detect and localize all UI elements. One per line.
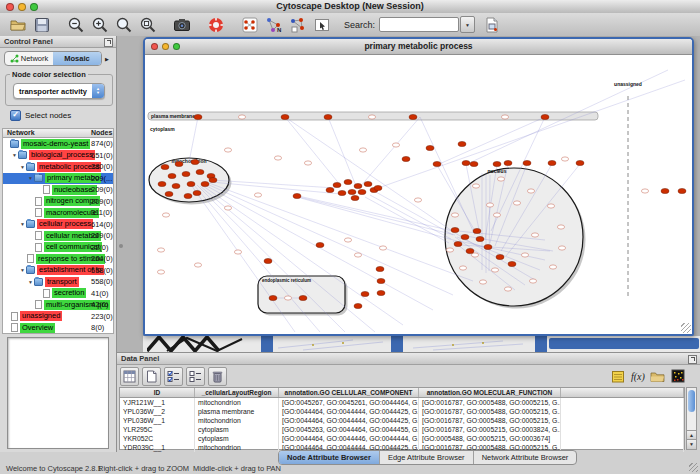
network-node-outline[interactable] xyxy=(304,161,311,165)
attribute-table-header[interactable]: ID_cellularLayoutRegionannotation.GO CEL… xyxy=(120,388,684,398)
search-input[interactable] xyxy=(379,17,459,32)
network-node-outline[interactable] xyxy=(561,157,568,161)
tree-row[interactable]: ▼transport558(0) xyxy=(3,276,113,288)
select-nodes-checkbox[interactable]: ✓ xyxy=(10,110,21,121)
scrollbar-thumb[interactable] xyxy=(688,390,695,412)
network-node-outline[interactable] xyxy=(472,184,479,188)
network-node-outline[interactable] xyxy=(491,268,498,272)
network-node[interactable] xyxy=(351,195,359,200)
tree-row[interactable]: nucleobase-209(0) xyxy=(3,184,113,196)
network-node[interactable] xyxy=(496,254,504,259)
network-node-outline[interactable] xyxy=(354,253,361,257)
network-node[interactable] xyxy=(324,114,332,119)
network-node[interactable] xyxy=(476,236,484,241)
birds-eye-view[interactable] xyxy=(7,337,109,449)
network-node-outline[interactable] xyxy=(368,115,375,119)
network-node[interactable] xyxy=(358,189,366,194)
tree-row[interactable]: ▼biological_process651(0) xyxy=(3,150,113,162)
network-edge[interactable] xyxy=(437,117,545,165)
network-node[interactable] xyxy=(364,181,372,186)
tree-row[interactable]: cell communicat22(0) xyxy=(3,242,113,254)
table-column-header[interactable]: _cellularLayoutRegion xyxy=(195,388,279,397)
network-node[interactable] xyxy=(470,161,478,166)
network-node[interactable] xyxy=(473,228,481,233)
save-session-icon[interactable] xyxy=(30,15,54,35)
disclosure-triangle-icon[interactable]: ▼ xyxy=(19,164,26,170)
network-node-outline[interactable] xyxy=(493,213,500,217)
network-node[interactable] xyxy=(354,303,362,308)
tree-row[interactable]: unassigned223(0) xyxy=(3,311,113,323)
network-node[interactable] xyxy=(402,156,410,161)
network-node[interactable] xyxy=(541,114,549,119)
network-node-outline[interactable] xyxy=(162,213,169,217)
network-node-outline[interactable] xyxy=(157,270,164,274)
table-column-header[interactable]: annotation.GO CELLULAR_COMPONENT xyxy=(279,388,419,397)
network-node[interactable] xyxy=(426,145,434,150)
network-node-outline[interactable] xyxy=(194,263,201,267)
table-row[interactable]: YLR295Ccytoplasm[GO:0045263, GO:0044464,… xyxy=(120,425,684,434)
network-node[interactable] xyxy=(354,183,362,188)
network-node-outline[interactable] xyxy=(527,189,534,193)
tree-row[interactable]: cellular metabol209(0) xyxy=(3,230,113,242)
matrix-view-icon[interactable] xyxy=(669,368,686,385)
network-node-outline[interactable] xyxy=(513,201,520,205)
network-node[interactable] xyxy=(299,295,307,300)
network-node-outline[interactable] xyxy=(451,213,458,217)
network-node[interactable] xyxy=(293,193,301,198)
float-panel-icon[interactable] xyxy=(104,38,113,47)
table-row[interactable]: YPL036W__1mitochondrion[GO:0044464, GO:0… xyxy=(120,416,684,425)
create-attribute-icon[interactable] xyxy=(142,367,161,386)
network-node[interactable] xyxy=(344,179,352,184)
network-node[interactable] xyxy=(269,295,277,300)
network-window-titlebar[interactable]: primary metabolic process xyxy=(145,39,692,55)
network-node[interactable] xyxy=(433,161,441,166)
network-edge[interactable] xyxy=(294,195,453,231)
network-node[interactable] xyxy=(175,161,183,166)
app-resize-grip[interactable] xyxy=(689,463,698,472)
tab-mosaic[interactable]: Mosaic xyxy=(53,52,101,65)
network-node[interactable] xyxy=(333,182,341,187)
tree-row[interactable]: secretion41(0) xyxy=(3,288,113,300)
zoom-selected-region-icon[interactable] xyxy=(136,15,160,35)
network-node[interactable] xyxy=(466,248,474,253)
table-row[interactable]: YJR121W__1mitochondrion[GO:0045267, GO:0… xyxy=(120,398,684,407)
network-node[interactable] xyxy=(377,290,385,295)
network-node[interactable] xyxy=(462,160,470,165)
network-node-outline[interactable] xyxy=(254,193,261,197)
network-node[interactable] xyxy=(374,185,382,190)
network-edge[interactable] xyxy=(189,117,198,162)
help-icon[interactable] xyxy=(204,15,228,35)
tab-network[interactable]: Network xyxy=(5,52,53,65)
network-node[interactable] xyxy=(523,160,531,165)
network-node-outline[interactable] xyxy=(414,198,421,202)
disclosure-triangle-icon[interactable]: ▼ xyxy=(19,221,26,227)
network-node-outline[interactable] xyxy=(359,148,366,152)
network-node-outline[interactable] xyxy=(479,280,486,284)
float-data-panel-icon[interactable] xyxy=(688,355,697,364)
table-column-header[interactable] xyxy=(561,388,684,397)
table-row[interactable]: YKR052Ccytoplasm[GO:0044464, GO:0044446,… xyxy=(120,434,684,443)
network-node[interactable] xyxy=(484,244,492,249)
network-node[interactable] xyxy=(191,159,199,164)
more-tabs-button[interactable]: ▶ xyxy=(102,51,112,66)
network-node-outline[interactable] xyxy=(284,296,291,300)
tree-column-nodes[interactable]: Nodes xyxy=(91,129,112,136)
network-node-outline[interactable] xyxy=(497,177,504,181)
network-node[interactable] xyxy=(504,160,512,165)
network-node-outline[interactable] xyxy=(547,204,554,208)
tree-row[interactable]: mosaic-demo-yeast874(0) xyxy=(3,138,113,150)
network-node[interactable] xyxy=(326,187,334,192)
tree-row[interactable]: nitrogen compo209(0) xyxy=(3,196,113,208)
network-node-outline[interactable] xyxy=(446,248,453,252)
tree-row[interactable]: multi-organism pro42(0) xyxy=(3,299,113,311)
table-scrollbar[interactable]: ▲ ▼ xyxy=(686,387,697,450)
network-edge[interactable] xyxy=(359,117,420,188)
tree-row[interactable]: ▼cellular process614(0) xyxy=(3,219,113,231)
network-node-outline[interactable] xyxy=(379,246,386,250)
select-all-attributes-icon[interactable] xyxy=(164,367,183,386)
network-node[interactable] xyxy=(264,258,272,263)
network-node-outline[interactable] xyxy=(392,143,399,147)
disclosure-triangle-icon[interactable]: ▼ xyxy=(11,152,18,158)
network-node[interactable] xyxy=(281,114,289,119)
network-node[interactable] xyxy=(548,160,556,165)
